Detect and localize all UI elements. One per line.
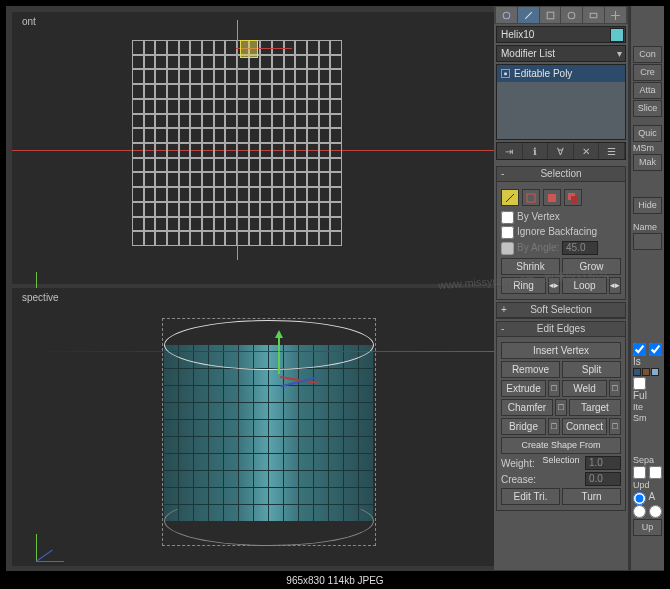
rollout-soft-selection: +Soft Selection [496, 302, 626, 319]
subobject-row [501, 189, 621, 206]
update-button[interactable]: Up [633, 519, 662, 536]
command-panel-tabs [494, 6, 628, 24]
chk-c[interactable] [649, 506, 662, 516]
make-unique-icon[interactable]: ∀ [548, 143, 574, 159]
chk-b[interactable] [633, 506, 646, 516]
split-button[interactable]: Split [562, 361, 621, 378]
crease-label: Crease: [501, 474, 582, 485]
by-angle-spinner: 45.0 [562, 241, 598, 255]
tab-hierarchy[interactable] [540, 7, 561, 23]
axis-y [237, 20, 238, 260]
sep-label: Sepa [633, 455, 662, 465]
edit-tri-button[interactable]: Edit Tri. [501, 488, 560, 505]
sm-label: Sm [633, 413, 662, 423]
viewport-label-front: ont [22, 16, 36, 27]
extrude-button[interactable]: Extrude [501, 380, 546, 397]
upd-label: Upd [633, 480, 662, 490]
modifier-list-dropdown[interactable]: Modifier List [496, 45, 626, 62]
object-color-swatch[interactable] [610, 28, 624, 42]
weight-spinner[interactable]: 1.0 [585, 456, 621, 470]
hide-button[interactable]: Hide [633, 197, 662, 214]
color-swatches[interactable] [633, 368, 662, 376]
make-button[interactable]: Mak [633, 154, 662, 171]
con-button[interactable]: Con [633, 46, 662, 63]
name-label: Name [633, 222, 662, 232]
atta-button[interactable]: Atta [633, 82, 662, 99]
tab-motion[interactable] [561, 7, 582, 23]
subobj-edge[interactable] [501, 189, 519, 206]
chk-by-vertex[interactable]: By Vertex [501, 210, 621, 225]
subobj-border[interactable] [522, 189, 540, 206]
name-field[interactable] [633, 233, 662, 250]
turn-button[interactable]: Turn [562, 488, 621, 505]
target-weld-button[interactable]: Target Weld [569, 399, 621, 416]
insert-vertex-button[interactable]: Insert Vertex [501, 342, 621, 359]
image-info-footer: 965x830 114kb JPEG [0, 573, 670, 589]
loop-spinner[interactable]: ◂▸ [609, 277, 621, 294]
viewport-label-perspective: spective [22, 292, 59, 303]
quick-button[interactable]: Quic [633, 125, 662, 142]
secondary-panel: Con Cre Atta Slice Quic MSm Mak Hide Nam… [630, 6, 664, 570]
remove-button[interactable]: Remove [501, 361, 560, 378]
world-axis-icon [36, 518, 80, 562]
chk-sep2[interactable] [649, 467, 662, 477]
svg-rect-1 [547, 12, 554, 19]
extrude-settings[interactable]: □ [548, 380, 560, 397]
annotation-line [29, 351, 504, 352]
tab-utilities[interactable] [605, 7, 626, 23]
chk-by-angle: By Angle: 45.0 [501, 240, 621, 256]
viewport-perspective[interactable]: spective [12, 288, 497, 566]
pin-stack-icon[interactable]: ⇥ [497, 143, 523, 159]
chk-full[interactable]: Ful [633, 378, 647, 401]
svg-rect-3 [590, 13, 597, 17]
tab-create[interactable] [496, 7, 517, 23]
svg-rect-8 [571, 196, 578, 203]
svg-point-2 [569, 12, 576, 19]
expand-icon[interactable]: ▪ [501, 69, 510, 78]
bridge-button[interactable]: Bridge [501, 418, 546, 435]
weight-label: Weight: [501, 458, 582, 469]
rollout-head-soft-selection[interactable]: +Soft Selection [497, 303, 625, 318]
chamfer-button[interactable]: Chamfer [501, 399, 553, 416]
command-panel: Helix10 Modifier List ▪ Editable Poly ⇥ … [494, 6, 628, 570]
tab-modify[interactable] [518, 7, 539, 23]
selection-indicator [240, 40, 258, 58]
object-name-input[interactable]: Helix10 [496, 26, 626, 43]
svg-rect-5 [527, 194, 535, 202]
show-end-result-icon[interactable]: ℹ [523, 143, 549, 159]
transform-gizmo[interactable] [258, 332, 338, 412]
chk-side-a[interactable] [633, 344, 646, 354]
rollout-head-selection[interactable]: -Selection [497, 167, 625, 182]
bridge-settings[interactable]: □ [548, 418, 560, 435]
rollout-edit-edges: -Edit Edges Insert Vertex Remove Split E… [496, 321, 626, 511]
viewport-front[interactable]: ont [12, 12, 497, 284]
svg-point-0 [503, 12, 510, 19]
stack-item-editable-poly[interactable]: ▪ Editable Poly [497, 65, 625, 82]
msm-label: MSm [633, 143, 662, 153]
slice-button[interactable]: Slice [633, 100, 662, 117]
connect-settings[interactable]: □ [609, 418, 621, 435]
weld-settings[interactable]: □ [609, 380, 621, 397]
tab-display[interactable] [583, 7, 604, 23]
subobj-element[interactable] [564, 189, 582, 206]
remove-modifier-icon[interactable]: ✕ [574, 143, 600, 159]
chk-ignore-backfacing[interactable]: Ignore Backfacing [501, 225, 621, 240]
weld-button[interactable]: Weld [562, 380, 607, 397]
wireframe-plane [132, 40, 342, 246]
subobj-polygon[interactable] [543, 189, 561, 206]
rollout-head-edit-edges[interactable]: -Edit Edges [497, 322, 625, 337]
cre-button[interactable]: Cre [633, 64, 662, 81]
connect-button[interactable]: Connect [562, 418, 607, 435]
svg-rect-6 [548, 194, 556, 202]
chamfer-settings[interactable]: □ [555, 399, 567, 416]
stack-toolbar: ⇥ ℹ ∀ ✕ ☰ [496, 142, 626, 160]
chk-a[interactable]: A [633, 492, 655, 502]
modifier-stack[interactable]: ▪ Editable Poly [496, 64, 626, 140]
iter-label: Ite [633, 402, 662, 412]
create-shape-button[interactable]: Create Shape From Selection [501, 437, 621, 454]
configure-sets-icon[interactable]: ☰ [599, 143, 625, 159]
chk-sep1[interactable] [633, 467, 646, 477]
crease-spinner[interactable]: 0.0 [585, 472, 621, 486]
